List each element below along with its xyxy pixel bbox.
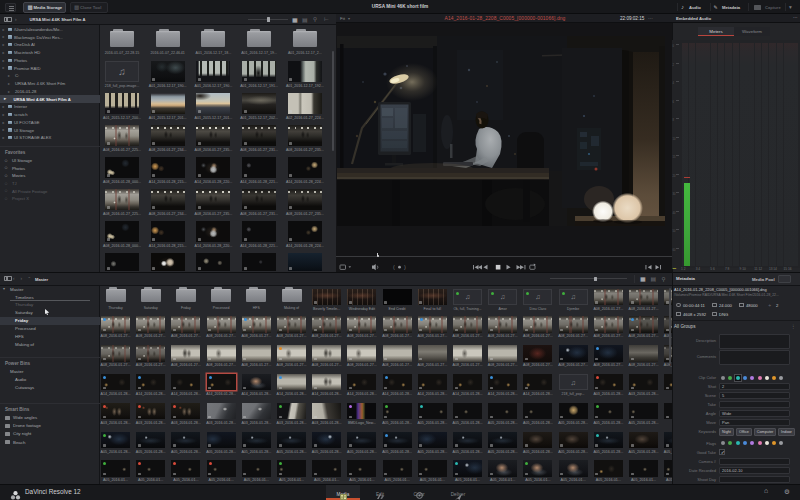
svg-text:): )	[404, 264, 406, 270]
svg-text:(: (	[393, 264, 395, 270]
